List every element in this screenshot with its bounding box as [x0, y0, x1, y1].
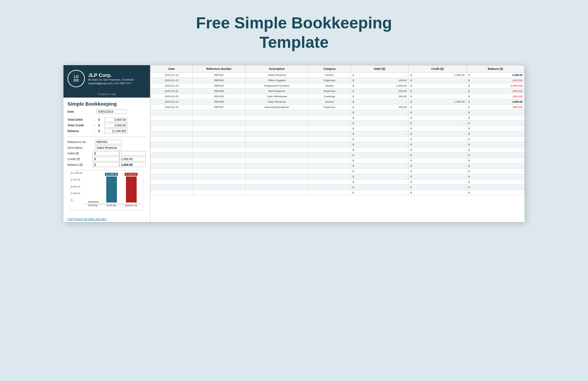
company-address: 80 Juan Cir, San Francisco, CA 94132 — [88, 78, 134, 82]
right-panel: Date Reference Number Description Catego… — [150, 65, 525, 222]
left-content: Simple Bookkeeping Date : 03/01/2023 Tot… — [63, 98, 150, 216]
credit-row: Credit ($) $ 1,000.00 — [67, 157, 146, 161]
debit-bar — [88, 201, 99, 203]
header-cat: Category — [308, 66, 350, 73]
ref-row: Reference No. REF001 — [67, 140, 146, 144]
table-row: 2023-02-15REF007Advertising ExpenseExpen… — [151, 105, 525, 110]
table-row: $ -$ -$ - — [151, 110, 525, 115]
desc-label: Description — [67, 146, 91, 149]
company-logo: LO GO — [67, 70, 85, 87]
ref-value[interactable]: REF001 — [95, 140, 122, 144]
document-body: LO GO JLP Corp. 80 Juan Cir, San Francis… — [63, 65, 525, 222]
company-header: LO GO JLP Corp. 80 Juan Cir, San Francis… — [63, 65, 150, 92]
company-contact: inquire@jlpcorp.com | 222 555 7777 — [88, 82, 134, 85]
credit-label: Credit ($) — [67, 157, 89, 161]
company-logo-label: Company Logo — [63, 92, 150, 98]
credit-bar — [106, 176, 117, 203]
table-row: $ -$ -$ - — [151, 137, 525, 142]
desc-value[interactable]: Sales Revenue — [95, 145, 122, 150]
divider — [67, 137, 146, 137]
debit-row: Debit ($) $ - — [67, 151, 146, 156]
table-row: $ -$ -$ - — [151, 185, 525, 190]
table-header-row: Date Reference Number Description Catego… — [151, 66, 525, 73]
balance-bar-label: $ 1,000.00 — [125, 173, 138, 176]
left-panel: LO GO JLP Corp. 80 Juan Cir, San Francis… — [63, 65, 150, 222]
desc-row: Description Sales Revenue — [67, 145, 146, 150]
balance2-value: 1,000.00 — [119, 162, 146, 167]
chart-section: $ 1,000.00 $ 750.00 $ 500.00 $ 250.00 $ … — [67, 168, 146, 213]
chart-y-labels: $ 1,000.00 $ 750.00 $ 500.00 $ 250.00 $ … — [71, 172, 82, 201]
table-row: 2023-01-31REF004Rent ExpenseExpenses$500… — [151, 89, 525, 94]
total-credit-row: Total Credit : $ 2,500.00 — [67, 123, 146, 128]
header-debit: Debit ($) — [350, 66, 408, 73]
summary-section: Total Debit : $ 3,600.00 Total Credit : … — [67, 117, 146, 133]
balance-label: Balance — [67, 129, 94, 133]
header-date: Date — [151, 66, 193, 73]
detail-section: Reference No. REF001 Description Sales R… — [67, 140, 146, 167]
table-row: $ -$ -$ - — [151, 121, 525, 126]
chart-bars-area: $ 1,000.00 $ 1,000.00 — [85, 173, 141, 203]
header-balance: Balance ($) — [466, 66, 524, 73]
credit-bar-label: $ 1,000.00 — [105, 173, 118, 176]
section-title: Simple Bookkeeping — [67, 101, 146, 107]
page-title: Free Simple Bookkeeping Template — [196, 13, 392, 52]
company-name: JLP Corp. — [88, 72, 134, 78]
balance-bar-group: $ 1,000.00 — [125, 173, 138, 203]
company-info: JLP Corp. 80 Juan Cir, San Francisco, CA… — [88, 72, 134, 85]
table-row: $ -$ -$ - — [151, 126, 525, 131]
table-row: 2023-02-05REF005Cash WithdrawalDrawings$… — [151, 94, 525, 99]
table-row: 2023-01-15REF002Office SuppliesExpenses$… — [151, 78, 525, 83]
balance-bar — [126, 176, 137, 203]
ledger-table: Date Reference Number Description Catego… — [150, 65, 525, 196]
chart-container: $ 1,000.00 $ 750.00 $ 500.00 $ 250.00 $ … — [70, 170, 143, 210]
credit-bar-group: $ 1,000.00 — [105, 173, 118, 203]
ref-label: Reference No. — [67, 140, 91, 144]
date-value[interactable]: 03/01/2023 — [97, 109, 127, 114]
table-row: $ -$ -$ - — [151, 158, 525, 163]
chart-x-labels: Debit ($) : Credit ($) : Balance ($) — [85, 204, 141, 207]
debit-bar-group — [88, 197, 99, 203]
total-debit-label: Total Debit — [67, 118, 94, 121]
table-row: $ -$ -$ - — [151, 131, 525, 137]
table-row: $ -$ -$ - — [151, 169, 525, 174]
header-desc: Description — [245, 66, 308, 73]
table-row: 2023-02-10REF006Sales RevenueIncome$ -$1… — [151, 99, 525, 105]
header-ref: Reference Number — [193, 66, 246, 73]
table-row: 2023-01-20REF003Equipment PurchaseAssets… — [151, 83, 525, 89]
total-credit-label: Total Credit — [67, 124, 94, 127]
table-row: $ -$ -$ - — [151, 174, 525, 179]
total-debit-value: 3,600.00 — [104, 117, 128, 122]
credit-value: 1,000.00 — [119, 157, 146, 161]
balance2-label: Balance ($) — [67, 163, 89, 166]
table-row: 2023-01-10REF001Sales RevenueIncome$ -$1… — [151, 73, 525, 78]
date-label: Date — [67, 110, 93, 113]
table-row: $ -$ -$ - — [151, 147, 525, 153]
table-row: $ -$ -$ - — [151, 115, 525, 121]
date-row: Date : 03/01/2023 — [67, 109, 146, 114]
header-credit: Credit ($) — [409, 66, 466, 73]
table-row: $ -$ -$ - — [151, 179, 525, 185]
total-debit-row: Total Debit : $ 3,600.00 — [67, 117, 146, 122]
table-row: $ -$ -$ - — [151, 153, 525, 158]
balance-row: Balance : $ (1,100.00) — [67, 129, 146, 133]
copyright: COPYRIGHT @TEMPLATE.NET — [63, 216, 150, 222]
debit-label: Debit ($) — [67, 152, 89, 155]
table-row: $ -$ -$ - — [151, 190, 525, 196]
table-row: $ -$ -$ - — [151, 142, 525, 147]
total-credit-value: 2,500.00 — [104, 123, 128, 128]
balance2-row: Balance ($) $ 1,000.00 — [67, 162, 146, 167]
document-wrapper: LO GO JLP Corp. 80 Juan Cir, San Francis… — [63, 65, 525, 222]
balance-value: (1,100.00) — [104, 129, 128, 133]
debit-value: - — [119, 151, 146, 156]
table-row: $ -$ -$ - — [151, 163, 525, 169]
